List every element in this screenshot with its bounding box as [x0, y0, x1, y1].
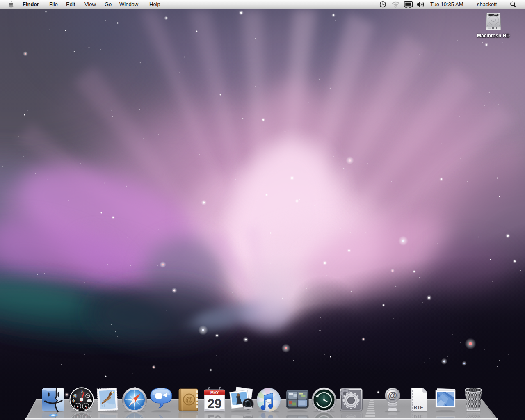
svg-text:@: @ [185, 395, 193, 404]
svg-text:♪: ♪ [80, 388, 83, 395]
svg-text:RTF: RTF [414, 405, 423, 410]
svg-text:@: @ [388, 390, 397, 401]
svg-text:MAY: MAY [210, 390, 219, 395]
svg-text:31: 31 [100, 403, 105, 408]
svg-text:✈: ✈ [72, 398, 76, 404]
svg-text:29: 29 [208, 397, 221, 411]
